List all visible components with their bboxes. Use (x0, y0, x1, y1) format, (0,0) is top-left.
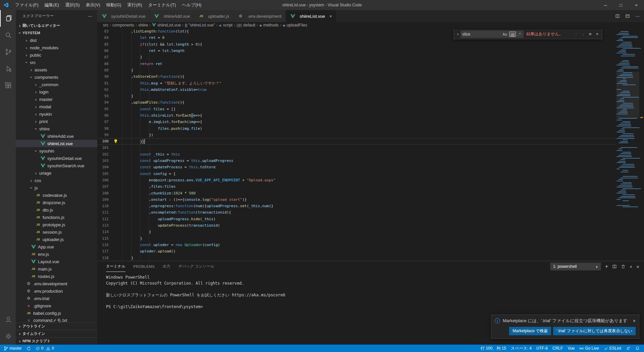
breadcrumb-item[interactable]: components (112, 23, 134, 27)
code-line-86[interactable]: 86 ret = lst.length (97, 48, 616, 54)
status-eol[interactable]: CRLF (550, 345, 565, 352)
tree-folder-public[interactable]: ›public (16, 51, 97, 59)
tree-file-.env.development[interactable]: ⚙.env.development (16, 280, 97, 287)
activity-search-icon[interactable] (0, 27, 16, 44)
tree-file-env.js[interactable]: JSenv.js (16, 250, 97, 258)
activity-run-debug-icon[interactable] (0, 60, 16, 77)
tree-folder-nyukin[interactable]: ›nyukin (16, 110, 97, 118)
code-line-116[interactable]: 116 const uploder = new Uploader(config) (97, 242, 616, 248)
tree-folder-components[interactable]: ›components (16, 73, 97, 81)
code-line-96[interactable]: 96 this.shiireList.forEach(e=>{ (97, 112, 616, 119)
menu-item[interactable]: ターミナル(T) (145, 2, 179, 7)
breadcrumb-item[interactable]: ◈script (219, 23, 232, 27)
terminal-output[interactable]: Windows PowerShellCopyright (C) Microsof… (97, 272, 644, 310)
tree-file-uploader.js[interactable]: JSuploader.js (16, 236, 97, 243)
code-line-113[interactable]: 113 updateProcess(transactionid) (97, 222, 616, 229)
split-editor-icon[interactable] (615, 14, 620, 18)
activity-source-control-icon[interactable] (0, 44, 16, 60)
tree-folder-_common[interactable]: ›_common (16, 81, 97, 88)
activity-explorer-icon[interactable] (0, 10, 16, 27)
editor-scrollbar[interactable] (639, 28, 644, 261)
tree-file-functions.js[interactable]: JSfunctions.js (16, 214, 97, 221)
code-line-102[interactable]: 102 const _this = this (97, 151, 616, 158)
tree-file-Layout.vue[interactable]: Layout.vue (16, 258, 97, 265)
tab-shiireAdd.vue[interactable]: shiireAdd.vue (150, 10, 195, 22)
code-line-98[interactable]: 98 files.push(img.file) (97, 125, 616, 131)
sidebar-section-NPM スクリプト[interactable]: ›NPM スクリプト (16, 337, 97, 345)
tree-file-shiireList.vue[interactable]: shiireList.vue (16, 140, 97, 147)
close-notification-icon[interactable]: × (633, 318, 636, 324)
status-indentation[interactable]: スペース: 4 (508, 345, 534, 352)
tree-file-shiireAdd.vue[interactable]: shiireAdd.vue (16, 132, 97, 140)
find-expand-icon[interactable]: › (455, 32, 461, 37)
tree-folder-login[interactable]: ›login (16, 88, 97, 96)
new-terminal-icon[interactable]: + (605, 263, 608, 270)
code-line-100[interactable]: 100 }) (97, 138, 616, 144)
tree-file-.env.trial[interactable]: ⚙.env.trial (16, 295, 97, 302)
menu-item[interactable]: ファイル(F) (12, 2, 42, 7)
close-tab-icon[interactable]: × (329, 14, 332, 19)
code-line-107[interactable]: 107 ,files:files (97, 183, 616, 190)
status-feedback[interactable] (624, 345, 633, 352)
code-line-89[interactable]: 89 } (97, 67, 616, 73)
code-editor[interactable]: 83 ,listLength:function(lst){84 let ret … (97, 28, 644, 261)
code-line-95[interactable]: 95 const files = [] (97, 106, 616, 112)
code-line-87[interactable]: 87 } (97, 54, 616, 60)
tab-shiireList.vue[interactable]: shiireList.vue× (286, 10, 336, 22)
code-line-108[interactable]: 108 ,chunkSize:1024 * 500 (97, 190, 616, 196)
code-line-97[interactable]: 97 e.imgList.forEach(img=>{ (97, 119, 616, 125)
tree-folder-uriage[interactable]: ›uriage (16, 169, 97, 177)
tab-syouhinDetail.vue[interactable]: syouhinDetail.vue (97, 10, 150, 22)
more-actions-icon[interactable]: ⋯ (88, 13, 93, 19)
breadcrumb-item[interactable]: src (103, 23, 108, 27)
menu-item[interactable]: 移動(G) (103, 2, 124, 7)
menu-item[interactable]: 編集(E) (42, 2, 62, 7)
activity-account-icon[interactable] (0, 311, 16, 328)
code-line-110[interactable]: 110 ,onprogress:function(num){uploadProg… (97, 203, 616, 209)
tree-folder-shiire[interactable]: ›shiire (16, 125, 97, 132)
status-cursor-position[interactable]: 行 100、列 15 (478, 345, 508, 352)
code-line-109[interactable]: 109 ,onstart : ()=>{console.log("upload … (97, 196, 616, 203)
maximize-button[interactable]: □ (613, 0, 629, 10)
status-notifications-bell[interactable] (633, 345, 642, 352)
breadcrumb-item[interactable]: ◈methods (259, 23, 279, 27)
code-line-106[interactable]: 106 endpoint:process.env.VUE_APP_API_END… (97, 177, 616, 183)
tree-file-session.js[interactable]: JSsession.js (16, 228, 97, 236)
code-line-90[interactable]: 90 ,toStoreConf:function(){ (97, 73, 616, 80)
match-case-icon[interactable]: Aa (501, 32, 508, 37)
tree-file-prototype.js[interactable]: JSprototype.js (16, 221, 97, 228)
tree-file-main.js[interactable]: JSmain.js (16, 265, 97, 273)
breadcrumb-item[interactable]: shiireList.vue (152, 23, 181, 27)
code-line-85[interactable]: 85 if((lst) && lst.length > 0){ (97, 41, 616, 48)
status-language-mode[interactable]: Vue (565, 345, 577, 352)
code-line-118[interactable]: 118 } (97, 254, 616, 261)
sidebar-section-タイムライン[interactable]: ›タイムライン (16, 330, 97, 337)
close-panel-icon[interactable]: × (636, 264, 639, 270)
find-next-icon[interactable]: ↓ (580, 32, 587, 37)
lightbulb-icon[interactable] (113, 139, 118, 145)
minimize-button[interactable]: ─ (598, 0, 613, 10)
regex-icon[interactable]: .* (517, 32, 522, 37)
activity-settings-icon[interactable] (0, 328, 16, 345)
code-line-115[interactable]: 115 } (97, 235, 616, 242)
panel-tab-ターミナル[interactable]: ターミナル (106, 261, 125, 272)
tree-folder-js[interactable]: ›js (16, 184, 97, 191)
tree-file-dropzone.js[interactable]: JSdropzone.js (16, 199, 97, 206)
menu-item[interactable]: ヘルプ(H) (179, 2, 205, 7)
tree-folder-print[interactable]: ›print (16, 118, 97, 125)
code-line-114[interactable]: 114 } (97, 229, 616, 235)
status-go-live[interactable]: Go Live (577, 345, 601, 352)
breadcrumb-item[interactable]: ◈uploadFiles (283, 23, 307, 27)
activity-extensions-icon[interactable] (0, 77, 16, 94)
tree-file-syouhinSearch.vue[interactable]: syouhinSearch.vue (16, 162, 97, 169)
find-previous-icon[interactable]: ↑ (573, 32, 580, 37)
code-line-99[interactable]: 99 }) (97, 132, 616, 138)
find-in-selection-icon[interactable]: ≡ (587, 32, 594, 37)
menu-item[interactable]: 表示(V) (83, 2, 103, 7)
tab-uploader.js[interactable]: JSuploader.js (194, 10, 233, 22)
code-line-103[interactable]: 103 const uploadProgress = this.uploadPr… (97, 158, 616, 164)
workspace-root-section[interactable]: › YSYSTEM (16, 29, 97, 37)
whole-word-icon[interactable]: ab (509, 32, 516, 37)
status-git-branch[interactable]: master (1, 345, 24, 352)
tree-file-babel.config.js[interactable]: JSbabel.config.js (16, 309, 97, 317)
